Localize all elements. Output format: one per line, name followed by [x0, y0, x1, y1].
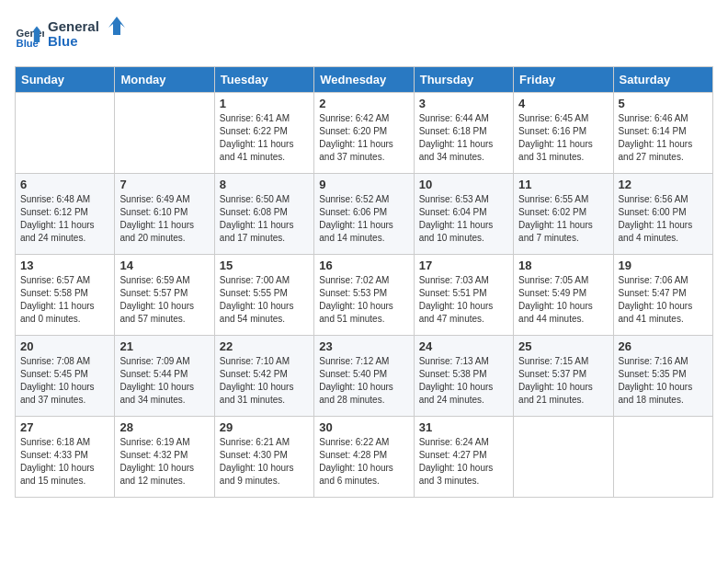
- day-content: Sunrise: 6:56 AM Sunset: 6:00 PM Dayligh…: [619, 193, 708, 245]
- page-header: General Blue General Blue: [15, 15, 713, 55]
- logo: General Blue General Blue: [15, 15, 131, 55]
- day-content: Sunrise: 6:57 AM Sunset: 5:58 PM Dayligh…: [20, 274, 109, 326]
- calendar-cell: 27Sunrise: 6:18 AM Sunset: 4:33 PM Dayli…: [16, 417, 115, 498]
- calendar-cell: 11Sunrise: 6:55 AM Sunset: 6:02 PM Dayli…: [514, 174, 613, 255]
- column-header-friday: Friday: [514, 67, 613, 93]
- day-number: 26: [619, 339, 708, 353]
- calendar-cell: 18Sunrise: 7:05 AM Sunset: 5:49 PM Dayli…: [514, 255, 613, 336]
- day-content: Sunrise: 6:42 AM Sunset: 6:20 PM Dayligh…: [319, 112, 408, 164]
- day-number: 14: [119, 259, 209, 272]
- day-number: 12: [619, 178, 708, 191]
- calendar-cell: 19Sunrise: 7:06 AM Sunset: 5:47 PM Dayli…: [613, 255, 712, 336]
- calendar-cell: 16Sunrise: 7:02 AM Sunset: 5:53 PM Dayli…: [314, 255, 414, 336]
- day-number: 6: [20, 178, 109, 191]
- calendar-cell: [514, 417, 613, 498]
- calendar-cell: 2Sunrise: 6:42 AM Sunset: 6:20 PM Daylig…: [314, 93, 414, 174]
- day-number: 23: [319, 339, 408, 353]
- calendar-cell: 4Sunrise: 6:45 AM Sunset: 6:16 PM Daylig…: [514, 93, 613, 174]
- day-content: Sunrise: 7:03 AM Sunset: 5:51 PM Dayligh…: [419, 274, 508, 326]
- day-number: 22: [220, 339, 309, 353]
- day-content: Sunrise: 7:16 AM Sunset: 5:35 PM Dayligh…: [619, 355, 708, 407]
- day-number: 28: [119, 420, 209, 434]
- day-number: 5: [619, 97, 708, 110]
- day-content: Sunrise: 6:24 AM Sunset: 4:27 PM Dayligh…: [419, 436, 508, 488]
- day-number: 27: [20, 420, 109, 434]
- day-number: 21: [119, 339, 209, 353]
- calendar-cell: 20Sunrise: 7:08 AM Sunset: 5:45 PM Dayli…: [16, 336, 115, 417]
- calendar-cell: 13Sunrise: 6:57 AM Sunset: 5:58 PM Dayli…: [16, 255, 115, 336]
- header-row: SundayMondayTuesdayWednesdayThursdayFrid…: [16, 67, 713, 93]
- day-number: 3: [419, 97, 508, 110]
- day-number: 15: [220, 259, 309, 272]
- calendar-cell: 14Sunrise: 6:59 AM Sunset: 5:57 PM Dayli…: [115, 255, 214, 336]
- day-content: Sunrise: 7:09 AM Sunset: 5:44 PM Dayligh…: [119, 355, 209, 407]
- column-header-wednesday: Wednesday: [314, 67, 414, 93]
- day-number: 9: [319, 178, 408, 191]
- day-content: Sunrise: 6:50 AM Sunset: 6:08 PM Dayligh…: [220, 193, 309, 245]
- calendar-cell: 7Sunrise: 6:49 AM Sunset: 6:10 PM Daylig…: [115, 174, 214, 255]
- day-content: Sunrise: 6:49 AM Sunset: 6:10 PM Dayligh…: [119, 193, 209, 245]
- day-content: Sunrise: 6:48 AM Sunset: 6:12 PM Dayligh…: [20, 193, 109, 245]
- day-number: 2: [319, 97, 408, 110]
- calendar-cell: 5Sunrise: 6:46 AM Sunset: 6:14 PM Daylig…: [613, 93, 712, 174]
- calendar-cell: 23Sunrise: 7:12 AM Sunset: 5:40 PM Dayli…: [314, 336, 414, 417]
- day-number: 25: [518, 339, 608, 353]
- calendar-cell: 25Sunrise: 7:15 AM Sunset: 5:37 PM Dayli…: [514, 336, 613, 417]
- column-header-saturday: Saturday: [613, 67, 712, 93]
- day-content: Sunrise: 6:18 AM Sunset: 4:33 PM Dayligh…: [20, 436, 109, 488]
- calendar-cell: 12Sunrise: 6:56 AM Sunset: 6:00 PM Dayli…: [613, 174, 712, 255]
- svg-text:General: General: [48, 18, 99, 34]
- day-number: 10: [419, 178, 508, 191]
- day-number: 30: [319, 420, 408, 434]
- day-content: Sunrise: 7:10 AM Sunset: 5:42 PM Dayligh…: [220, 355, 309, 407]
- day-number: 4: [518, 97, 608, 110]
- day-content: Sunrise: 6:55 AM Sunset: 6:02 PM Dayligh…: [518, 193, 608, 245]
- week-row-2: 6Sunrise: 6:48 AM Sunset: 6:12 PM Daylig…: [16, 174, 713, 255]
- calendar-cell: 9Sunrise: 6:52 AM Sunset: 6:06 PM Daylig…: [314, 174, 414, 255]
- day-number: 7: [119, 178, 209, 191]
- calendar-cell: 22Sunrise: 7:10 AM Sunset: 5:42 PM Dayli…: [214, 336, 313, 417]
- day-content: Sunrise: 6:59 AM Sunset: 5:57 PM Dayligh…: [119, 274, 209, 326]
- calendar-cell: [16, 93, 115, 174]
- day-number: 20: [20, 339, 109, 353]
- calendar-cell: 15Sunrise: 7:00 AM Sunset: 5:55 PM Dayli…: [214, 255, 313, 336]
- calendar-cell: 31Sunrise: 6:24 AM Sunset: 4:27 PM Dayli…: [414, 417, 513, 498]
- column-header-thursday: Thursday: [414, 67, 513, 93]
- day-content: Sunrise: 7:02 AM Sunset: 5:53 PM Dayligh…: [319, 274, 408, 326]
- day-content: Sunrise: 6:45 AM Sunset: 6:16 PM Dayligh…: [518, 112, 608, 164]
- calendar-cell: [613, 417, 712, 498]
- calendar-cell: 26Sunrise: 7:16 AM Sunset: 5:35 PM Dayli…: [613, 336, 712, 417]
- day-number: 17: [419, 259, 508, 272]
- day-content: Sunrise: 6:44 AM Sunset: 6:18 PM Dayligh…: [419, 112, 508, 164]
- day-content: Sunrise: 6:19 AM Sunset: 4:32 PM Dayligh…: [119, 436, 209, 488]
- calendar-cell: 8Sunrise: 6:50 AM Sunset: 6:08 PM Daylig…: [214, 174, 313, 255]
- svg-marker-4: [108, 17, 125, 35]
- week-row-3: 13Sunrise: 6:57 AM Sunset: 5:58 PM Dayli…: [16, 255, 713, 336]
- column-header-monday: Monday: [115, 67, 214, 93]
- day-content: Sunrise: 7:05 AM Sunset: 5:49 PM Dayligh…: [518, 274, 608, 326]
- day-content: Sunrise: 6:22 AM Sunset: 4:28 PM Dayligh…: [319, 436, 408, 488]
- day-content: Sunrise: 7:12 AM Sunset: 5:40 PM Dayligh…: [319, 355, 408, 407]
- logo-icon: General Blue: [15, 20, 44, 50]
- day-number: 24: [419, 339, 508, 353]
- day-content: Sunrise: 6:46 AM Sunset: 6:14 PM Dayligh…: [619, 112, 708, 164]
- week-row-4: 20Sunrise: 7:08 AM Sunset: 5:45 PM Dayli…: [16, 336, 713, 417]
- svg-text:General: General: [17, 28, 44, 39]
- day-number: 19: [619, 259, 708, 272]
- day-number: 31: [419, 420, 508, 434]
- day-content: Sunrise: 7:06 AM Sunset: 5:47 PM Dayligh…: [619, 274, 708, 326]
- calendar-cell: 30Sunrise: 6:22 AM Sunset: 4:28 PM Dayli…: [314, 417, 414, 498]
- day-number: 18: [518, 259, 608, 272]
- calendar-cell: 28Sunrise: 6:19 AM Sunset: 4:32 PM Dayli…: [115, 417, 214, 498]
- day-number: 11: [518, 178, 608, 191]
- svg-text:Blue: Blue: [48, 33, 78, 49]
- calendar-cell: 29Sunrise: 6:21 AM Sunset: 4:30 PM Dayli…: [214, 417, 313, 498]
- week-row-5: 27Sunrise: 6:18 AM Sunset: 4:33 PM Dayli…: [16, 417, 713, 498]
- day-content: Sunrise: 7:00 AM Sunset: 5:55 PM Dayligh…: [220, 274, 309, 326]
- logo-svg: General Blue: [48, 15, 131, 52]
- calendar-cell: 3Sunrise: 6:44 AM Sunset: 6:18 PM Daylig…: [414, 93, 513, 174]
- calendar-table: SundayMondayTuesdayWednesdayThursdayFrid…: [15, 66, 713, 498]
- column-header-sunday: Sunday: [16, 67, 115, 93]
- day-content: Sunrise: 7:08 AM Sunset: 5:45 PM Dayligh…: [20, 355, 109, 407]
- calendar-cell: 21Sunrise: 7:09 AM Sunset: 5:44 PM Dayli…: [115, 336, 214, 417]
